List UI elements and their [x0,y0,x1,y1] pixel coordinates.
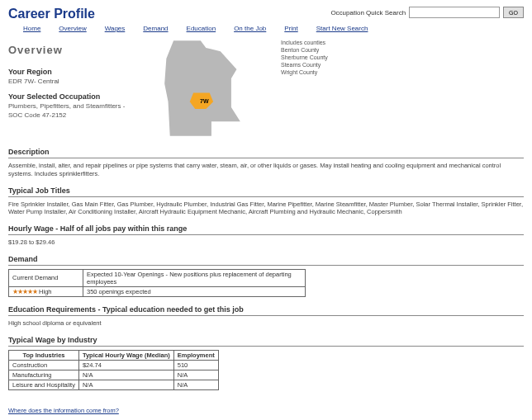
region-label: Your Region [8,68,140,76]
quick-search: Occupation Quick Search GO [330,7,524,18]
nav-wages[interactable]: Wages [105,25,126,32]
demand-col1-label: Current Demand [9,269,83,286]
overview-heading: Overview [8,44,140,56]
table-row: Manufacturing N/A N/A [9,370,219,380]
job-titles-heading: Typical Job Titles [8,186,524,197]
job-titles-text: Fire Sprinkler Installer, Gas Main Fitte… [8,201,524,217]
cell: N/A [173,380,218,389]
cell: $24.74 [78,360,173,370]
wage-text: $19.28 to $29.46 [8,238,524,247]
cell: Leisure and Hospitality [9,380,79,389]
county-item: Sherburne County [281,54,328,61]
map-region-code: 7W [200,98,209,104]
occupation-value: Plumbers, Pipefitters, and Steamfitters … [8,102,140,120]
education-text: High school diploma or equivalent [8,319,524,328]
top-nav: Home Overview Wages Demand Education On … [23,25,524,32]
minnesota-map-icon [157,39,248,138]
table-row: Top Industries Typical Hourly Wage (Medi… [9,350,219,360]
education-heading: Education Requirements - Typical educati… [8,305,524,316]
region-map: 7W [157,39,256,139]
search-input[interactable] [409,7,500,18]
demand-rating-cell: ★★★★★ High [9,286,83,296]
cell: N/A [78,370,173,380]
wage-th-employment: Employment [173,350,218,360]
cell: N/A [173,370,218,380]
table-row: Leisure and Hospitality N/A N/A [9,380,219,389]
description-text: Assemble, install, alter, and repair pip… [8,162,524,178]
occupation-label: Your Selected Occupation [8,92,140,101]
search-label: Occupation Quick Search [330,9,406,17]
cell: 510 [173,360,218,370]
table-row: Current Demand Expected 10-Year Openings… [9,269,306,286]
description-heading: Description [8,148,524,158]
wage-industry-heading: Typical Wage by Industry [8,336,524,347]
cell: Construction [9,360,79,370]
star-icon: ★★★★★ [12,288,37,295]
demand-table: Current Demand Expected 10-Year Openings… [8,269,306,297]
wage-industry-table: Top Industries Typical Hourly Wage (Medi… [8,350,219,390]
demand-rating-text: High [39,288,51,295]
nav-start-new-search[interactable]: Start New Search [316,25,368,32]
table-row: ★★★★★ High 350 openings expected [9,286,306,296]
county-item: Benton County [281,46,328,54]
go-button[interactable]: GO [503,7,524,18]
nav-demand[interactable]: Demand [143,25,168,32]
info-source-link[interactable]: Where does the information come from? [8,407,119,414]
demand-col2-label: Expected 10-Year Openings - New position… [83,269,306,286]
wage-th-median: Typical Hourly Wage (Median) [78,350,173,360]
nav-overview[interactable]: Overview [59,25,86,32]
demand-openings: 350 openings expected [83,286,306,296]
nav-education[interactable]: Education [187,25,216,32]
nav-home[interactable]: Home [23,25,40,32]
cell: Manufacturing [9,370,79,380]
region-value: EDR 7W- Central [8,78,140,86]
table-row: Construction $24.74 510 [9,360,219,370]
nav-print[interactable]: Print [284,25,297,32]
county-item: Stearns County [281,61,328,68]
cell: N/A [78,380,173,389]
county-item: Wright County [281,68,328,76]
counties-header: Includes counties [281,39,328,46]
nav-on-the-job[interactable]: On the Job [234,25,266,32]
wage-heading: Hourly Wage - Half of all jobs pay withi… [8,224,524,235]
demand-heading: Demand [8,255,524,266]
counties-list: Includes counties Benton County Sherburn… [281,39,328,139]
wage-th-industry: Top Industries [9,350,79,360]
page-title: Career Profile [8,7,95,21]
